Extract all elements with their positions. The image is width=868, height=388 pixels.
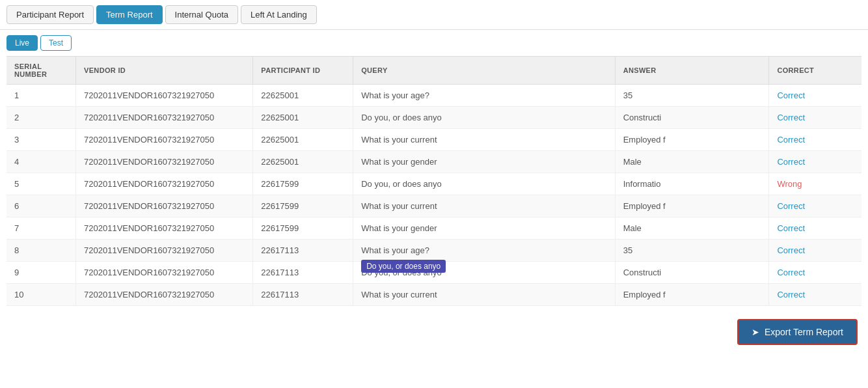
cell-answer: Constructi xyxy=(615,262,769,284)
cell-serial: 8 xyxy=(7,240,76,262)
query-text: What is your gender xyxy=(361,223,437,233)
report-table-container: SERIAL NUMBER VENDOR ID PARTICIPANT ID Q… xyxy=(0,56,868,306)
correct-link[interactable]: Correct xyxy=(777,201,805,211)
cell-participant: 22625001 xyxy=(253,129,353,151)
tooltip-cell: What is your age? Do you, or does anyo xyxy=(361,245,606,255)
cell-vendor: 7202011VENDOR1607321927050 xyxy=(76,129,253,151)
cell-query: What is your age? xyxy=(353,85,615,107)
cell-correct[interactable]: Correct xyxy=(769,217,861,240)
col-header-participant: PARTICIPANT ID xyxy=(253,57,353,85)
cell-answer: Employed f xyxy=(615,284,769,306)
cell-correct[interactable]: Correct xyxy=(769,240,861,262)
tab-term-report[interactable]: Term Report xyxy=(96,5,163,24)
cell-participant: 22617599 xyxy=(253,173,353,195)
correct-link[interactable]: Correct xyxy=(777,268,805,277)
cell-correct[interactable]: Correct xyxy=(769,85,861,107)
table-row: 4 7202011VENDOR1607321927050 22625001 Wh… xyxy=(7,151,861,173)
tooltip-popup: Do you, or does anyo xyxy=(361,260,446,273)
cell-query: What is your age? Do you, or does anyo xyxy=(353,240,615,262)
cell-serial: 10 xyxy=(7,284,76,306)
cell-query: What is your gender xyxy=(353,217,615,240)
correct-link[interactable]: Correct xyxy=(777,113,805,122)
cell-participant: 22625001 xyxy=(253,151,353,173)
cell-query: Do you, or does anyo xyxy=(353,173,615,195)
table-row: 2 7202011VENDOR1607321927050 22625001 Do… xyxy=(7,107,861,129)
cell-query: What is your current xyxy=(353,129,615,151)
cell-answer: Employed f xyxy=(615,195,769,217)
table-row: 5 7202011VENDOR1607321927050 22617599 Do… xyxy=(7,173,861,195)
cell-answer: Male xyxy=(615,151,769,173)
col-header-correct: CORRECT xyxy=(769,57,861,85)
cell-correct[interactable]: Correct xyxy=(769,262,861,284)
cell-query: What is your current xyxy=(353,195,615,217)
table-row: 7 7202011VENDOR1607321927050 22617599 Wh… xyxy=(7,217,861,240)
cell-participant: 22617599 xyxy=(253,195,353,217)
cell-serial: 5 xyxy=(7,173,76,195)
live-toggle[interactable]: Live xyxy=(7,35,38,51)
cell-serial: 6 xyxy=(7,195,76,217)
query-text: What is your current xyxy=(361,290,437,299)
cell-participant: 22617113 xyxy=(253,240,353,262)
cell-vendor: 7202011VENDOR1607321927050 xyxy=(76,85,253,107)
col-header-serial: SERIAL NUMBER xyxy=(7,57,76,85)
cell-answer: Male xyxy=(615,217,769,240)
test-toggle[interactable]: Test xyxy=(40,35,72,51)
cell-answer: 35 xyxy=(615,85,769,107)
cell-serial: 2 xyxy=(7,107,76,129)
col-header-answer: ANSWER xyxy=(615,57,769,85)
export-label: Export Term Report xyxy=(765,327,843,337)
cell-query: Do you, or does anyo xyxy=(353,107,615,129)
table-row: 10 7202011VENDOR1607321927050 22617113 W… xyxy=(7,284,861,306)
tabs-bar: Participant Report Term Report Internal … xyxy=(0,0,868,30)
cell-vendor: 7202011VENDOR1607321927050 xyxy=(76,217,253,240)
cell-correct[interactable]: Correct xyxy=(769,284,861,306)
export-term-report-button[interactable]: ➤ Export Term Report xyxy=(737,319,858,345)
cell-serial: 7 xyxy=(7,217,76,240)
query-text: What is your age? xyxy=(361,245,429,255)
query-text: Do you, or does anyo xyxy=(361,179,442,189)
correct-link[interactable]: Correct xyxy=(777,290,805,299)
cell-correct[interactable]: Correct xyxy=(769,195,861,217)
cell-participant: 22617113 xyxy=(253,284,353,306)
cell-correct[interactable]: Wrong xyxy=(769,173,861,195)
correct-link[interactable]: Correct xyxy=(777,223,805,233)
cell-answer: Constructi xyxy=(615,107,769,129)
cell-participant: 22617599 xyxy=(253,217,353,240)
query-text: What is your gender xyxy=(361,157,437,167)
query-text: What is your current xyxy=(361,201,437,211)
cell-participant: 22625001 xyxy=(253,107,353,129)
correct-link[interactable]: Correct xyxy=(777,90,805,100)
export-icon: ➤ xyxy=(752,327,759,337)
col-header-query: QUERY xyxy=(353,57,615,85)
cell-correct[interactable]: Correct xyxy=(769,151,861,173)
cell-vendor: 7202011VENDOR1607321927050 xyxy=(76,240,253,262)
cell-vendor: 7202011VENDOR1607321927050 xyxy=(76,284,253,306)
correct-link[interactable]: Correct xyxy=(777,245,805,255)
cell-correct[interactable]: Correct xyxy=(769,129,861,151)
cell-vendor: 7202011VENDOR1607321927050 xyxy=(76,151,253,173)
cell-participant: 22617113 xyxy=(253,262,353,284)
tab-left-at-landing[interactable]: Left At Landing xyxy=(241,5,317,24)
cell-answer: Employed f xyxy=(615,129,769,151)
cell-vendor: 7202011VENDOR1607321927050 xyxy=(76,107,253,129)
correct-link[interactable]: Correct xyxy=(777,157,805,167)
query-text: What is your current xyxy=(361,135,437,145)
correct-link[interactable]: Correct xyxy=(777,135,805,145)
tab-internal-quota[interactable]: Internal Quota xyxy=(165,5,238,24)
cell-answer: 35 xyxy=(615,240,769,262)
table-row: 3 7202011VENDOR1607321927050 22625001 Wh… xyxy=(7,129,861,151)
cell-participant: 22625001 xyxy=(253,85,353,107)
report-table: SERIAL NUMBER VENDOR ID PARTICIPANT ID Q… xyxy=(7,56,861,306)
table-row: 6 7202011VENDOR1607321927050 22617599 Wh… xyxy=(7,195,861,217)
tab-participant[interactable]: Participant Report xyxy=(7,5,94,24)
cell-serial: 3 xyxy=(7,129,76,151)
cell-query: What is your current xyxy=(353,284,615,306)
cell-vendor: 7202011VENDOR1607321927050 xyxy=(76,262,253,284)
cell-vendor: 7202011VENDOR1607321927050 xyxy=(76,173,253,195)
table-row: 8 7202011VENDOR1607321927050 22617113 Wh… xyxy=(7,240,861,262)
correct-link[interactable]: Wrong xyxy=(777,179,802,189)
cell-query: What is your gender xyxy=(353,151,615,173)
query-text: What is your age? xyxy=(361,90,429,100)
cell-correct[interactable]: Correct xyxy=(769,107,861,129)
cell-vendor: 7202011VENDOR1607321927050 xyxy=(76,195,253,217)
